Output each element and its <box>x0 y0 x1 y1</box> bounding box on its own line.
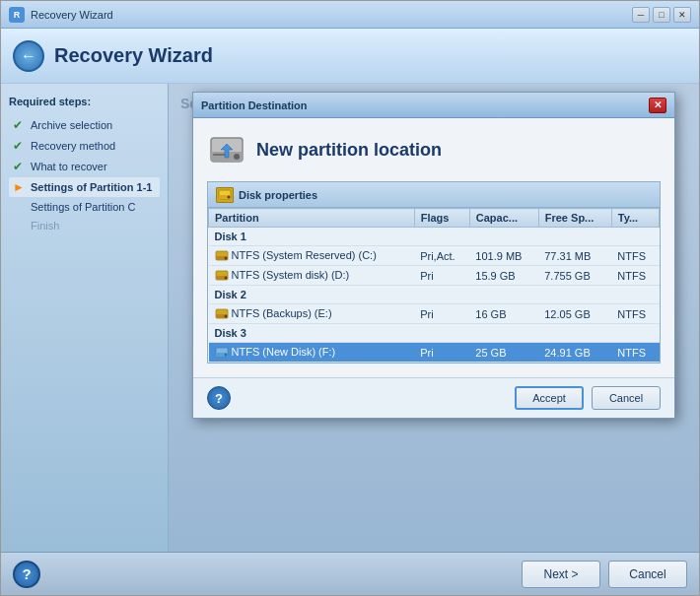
arrow-icon-active: ► <box>13 180 27 194</box>
sidebar-label-archive: Archive selection <box>31 119 112 131</box>
main-footer: ? Next > Cancel <box>1 552 699 595</box>
table-row[interactable]: NTFS (System disk) (D:)Pri15.9 GB7.755 G… <box>209 266 660 286</box>
sidebar-item-finish: Finish <box>9 217 160 234</box>
close-button[interactable]: ✕ <box>673 7 691 23</box>
table-row[interactable]: NTFS (System Reserved) (C:)Pri,Act.101.9… <box>209 246 660 266</box>
svg-point-13 <box>224 277 227 280</box>
modal-header: New partition location <box>207 130 661 169</box>
sidebar-label-what: What to recover <box>31 161 107 172</box>
empty-icon-finish <box>13 220 31 232</box>
modal-title: Partition Destination <box>201 99 649 111</box>
modal-overlay: Partition Destination ✕ <box>169 84 699 552</box>
sidebar-label-settings-1-1: Settings of Partition 1-1 <box>31 181 152 193</box>
sidebar-label-finish: Finish <box>31 220 59 232</box>
main-panel: Settings of Partition 1-1 Partition Dest… <box>169 84 699 552</box>
type-cell: NTFS <box>611 304 659 324</box>
app-header: ← Recovery Wizard <box>1 29 699 84</box>
table-row[interactable]: NTFS (New Disk) (F:)Pri25 GB24.91 GBNTFS <box>209 343 660 363</box>
partition-icon <box>215 346 232 358</box>
partition-icon <box>215 307 232 319</box>
disk-label-row: Disk 2 <box>209 286 660 304</box>
sidebar-item-archive-selection[interactable]: ✔ Archive selection <box>9 115 160 135</box>
back-button[interactable]: ← <box>13 40 44 72</box>
cancel-button[interactable]: Cancel <box>608 561 687 588</box>
capacity-cell: 16 GB <box>469 304 538 324</box>
svg-point-7 <box>228 195 231 198</box>
partition-icon <box>215 269 232 281</box>
flags-cell: Pri <box>414 304 469 324</box>
disk-label-row: Disk 3 <box>209 324 660 343</box>
modal-cancel-button[interactable]: Cancel <box>592 386 661 410</box>
freespace-cell: 12.05 GB <box>538 304 611 324</box>
freespace-cell: 7.755 GB <box>538 266 611 286</box>
partition-table: Partition Flags Capac... Free Sp... Ty..… <box>208 208 660 363</box>
app-title: Recovery Wizard <box>54 44 213 67</box>
partition-name-cell: NTFS (Backups) (E:) <box>209 304 415 324</box>
table-header-row: Partition Flags Capac... Free Sp... Ty..… <box>209 209 660 228</box>
modal-body: New partition location <box>193 118 674 377</box>
disk-props-title: Disk properties <box>239 189 317 201</box>
modal-header-title: New partition location <box>256 140 442 161</box>
disk-props-icon <box>216 187 234 203</box>
svg-point-2 <box>234 154 240 160</box>
maximize-button[interactable]: □ <box>653 7 670 23</box>
title-bar: R Recovery Wizard ─ □ ✕ <box>1 1 699 29</box>
disk-properties-panel: Disk properties Partition Flags Capac...… <box>207 181 661 364</box>
sidebar-item-settings-partition-1-1[interactable]: ► Settings of Partition 1-1 <box>9 177 160 197</box>
main-window: R Recovery Wizard ─ □ ✕ ← Recovery Wizar… <box>0 0 700 596</box>
partition-icon <box>215 249 232 261</box>
partition-name-cell: NTFS (System Reserved) (C:) <box>209 246 415 266</box>
type-cell: NTFS <box>611 246 659 266</box>
disk-props-header: Disk properties <box>208 182 660 208</box>
svg-point-16 <box>224 315 227 318</box>
sidebar-item-what-to-recover[interactable]: ✔ What to recover <box>9 157 160 176</box>
sidebar-item-settings-partition-c[interactable]: Settings of Partition C <box>9 198 160 216</box>
type-cell: NTFS <box>611 266 659 286</box>
partition-name-cell: NTFS (System disk) (D:) <box>209 266 415 286</box>
flags-cell: Pri,Act. <box>414 246 469 266</box>
flags-cell: Pri <box>414 343 469 363</box>
partition-destination-icon <box>207 130 246 169</box>
freespace-cell: 24.91 GB <box>538 343 611 363</box>
capacity-cell: 25 GB <box>469 343 538 363</box>
type-cell: NTFS <box>611 343 659 363</box>
modal-close-button[interactable]: ✕ <box>649 98 666 113</box>
check-icon-recovery: ✔ <box>13 139 27 153</box>
svg-point-19 <box>224 354 227 357</box>
empty-icon-c <box>13 201 31 213</box>
col-partition: Partition <box>209 209 415 228</box>
minimize-button[interactable]: ─ <box>632 7 650 23</box>
modal-dialog: Partition Destination ✕ <box>192 92 675 419</box>
content-area: Required steps: ✔ Archive selection ✔ Re… <box>1 84 699 552</box>
partition-name-cell: NTFS (New Disk) (F:) <box>209 343 415 363</box>
svg-point-10 <box>224 257 227 260</box>
col-freespace: Free Sp... <box>538 209 611 228</box>
help-button[interactable]: ? <box>13 561 40 588</box>
sidebar-label-settings-c: Settings of Partition C <box>31 201 135 213</box>
modal-help-button[interactable]: ? <box>207 386 231 410</box>
flags-cell: Pri <box>414 266 469 286</box>
next-button[interactable]: Next > <box>522 561 600 588</box>
col-type: Ty... <box>611 209 659 228</box>
col-capacity: Capac... <box>469 209 538 228</box>
app-icon: R <box>9 7 25 23</box>
col-flags: Flags <box>414 209 469 228</box>
title-bar-text: Recovery Wizard <box>31 9 632 21</box>
disk-label-row: Disk 1 <box>209 228 660 246</box>
table-row[interactable]: NTFS (Backups) (E:)Pri16 GB12.05 GBNTFS <box>209 304 660 324</box>
sidebar-required-label: Required steps: <box>9 96 160 107</box>
modal-titlebar: Partition Destination ✕ <box>193 93 674 118</box>
capacity-cell: 15.9 GB <box>469 266 538 286</box>
check-icon-what: ✔ <box>13 160 27 173</box>
freespace-cell: 77.31 MB <box>538 246 611 266</box>
capacity-cell: 101.9 MB <box>469 246 538 266</box>
title-bar-buttons: ─ □ ✕ <box>632 7 691 23</box>
accept-button[interactable]: Accept <box>515 386 584 410</box>
sidebar: Required steps: ✔ Archive selection ✔ Re… <box>1 84 169 552</box>
sidebar-item-recovery-method[interactable]: ✔ Recovery method <box>9 136 160 156</box>
modal-footer: ? Accept Cancel <box>193 377 674 418</box>
sidebar-label-recovery: Recovery method <box>31 140 115 152</box>
check-icon-archive: ✔ <box>13 118 27 132</box>
